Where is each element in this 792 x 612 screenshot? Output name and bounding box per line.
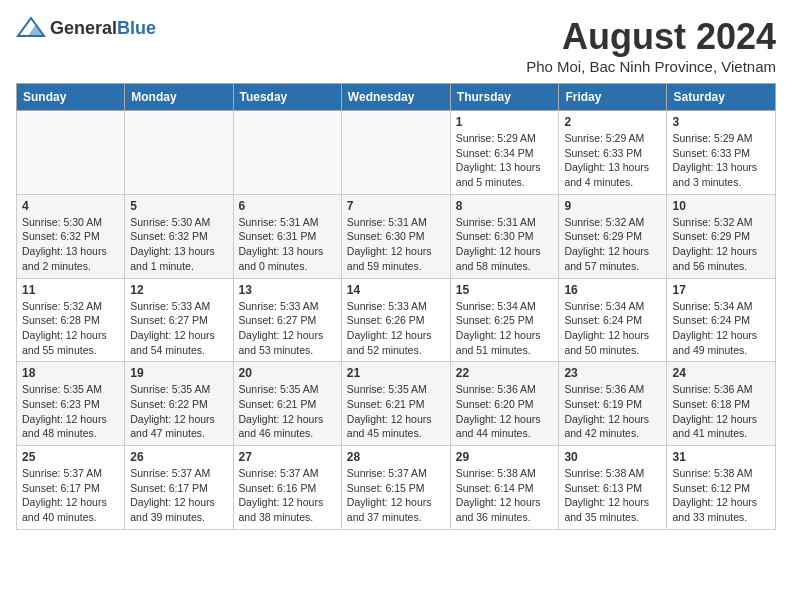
calendar-day-cell: 22Sunrise: 5:36 AM Sunset: 6:20 PM Dayli…: [450, 362, 559, 446]
day-number: 9: [564, 199, 661, 213]
logo: GeneralBlue: [16, 16, 156, 40]
day-info: Sunrise: 5:38 AM Sunset: 6:12 PM Dayligh…: [672, 466, 770, 525]
day-number: 6: [239, 199, 336, 213]
day-number: 17: [672, 283, 770, 297]
day-number: 24: [672, 366, 770, 380]
calendar-week-row: 18Sunrise: 5:35 AM Sunset: 6:23 PM Dayli…: [17, 362, 776, 446]
day-info: Sunrise: 5:29 AM Sunset: 6:33 PM Dayligh…: [564, 131, 661, 190]
day-info: Sunrise: 5:35 AM Sunset: 6:21 PM Dayligh…: [239, 382, 336, 441]
calendar-day-cell: 14Sunrise: 5:33 AM Sunset: 6:26 PM Dayli…: [341, 278, 450, 362]
day-info: Sunrise: 5:37 AM Sunset: 6:17 PM Dayligh…: [130, 466, 227, 525]
day-number: 27: [239, 450, 336, 464]
day-info: Sunrise: 5:31 AM Sunset: 6:31 PM Dayligh…: [239, 215, 336, 274]
subtitle: Pho Moi, Bac Ninh Province, Vietnam: [526, 58, 776, 75]
calendar-day-cell: 26Sunrise: 5:37 AM Sunset: 6:17 PM Dayli…: [125, 446, 233, 530]
day-number: 23: [564, 366, 661, 380]
calendar-day-cell: 1Sunrise: 5:29 AM Sunset: 6:34 PM Daylig…: [450, 111, 559, 195]
calendar-day-cell: 30Sunrise: 5:38 AM Sunset: 6:13 PM Dayli…: [559, 446, 667, 530]
day-info: Sunrise: 5:34 AM Sunset: 6:25 PM Dayligh…: [456, 299, 554, 358]
day-info: Sunrise: 5:32 AM Sunset: 6:29 PM Dayligh…: [564, 215, 661, 274]
day-info: Sunrise: 5:34 AM Sunset: 6:24 PM Dayligh…: [672, 299, 770, 358]
day-of-week-header: Sunday: [17, 84, 125, 111]
day-info: Sunrise: 5:33 AM Sunset: 6:27 PM Dayligh…: [130, 299, 227, 358]
calendar-week-row: 1Sunrise: 5:29 AM Sunset: 6:34 PM Daylig…: [17, 111, 776, 195]
logo-blue: Blue: [117, 18, 156, 38]
day-number: 8: [456, 199, 554, 213]
day-info: Sunrise: 5:37 AM Sunset: 6:17 PM Dayligh…: [22, 466, 119, 525]
day-number: 14: [347, 283, 445, 297]
calendar-day-cell: [341, 111, 450, 195]
calendar-day-cell: 7Sunrise: 5:31 AM Sunset: 6:30 PM Daylig…: [341, 194, 450, 278]
day-info: Sunrise: 5:36 AM Sunset: 6:18 PM Dayligh…: [672, 382, 770, 441]
logo-icon: [16, 16, 46, 40]
day-info: Sunrise: 5:29 AM Sunset: 6:34 PM Dayligh…: [456, 131, 554, 190]
header: GeneralBlue August 2024 Pho Moi, Bac Nin…: [16, 16, 776, 75]
calendar-day-cell: 2Sunrise: 5:29 AM Sunset: 6:33 PM Daylig…: [559, 111, 667, 195]
day-info: Sunrise: 5:29 AM Sunset: 6:33 PM Dayligh…: [672, 131, 770, 190]
day-info: Sunrise: 5:31 AM Sunset: 6:30 PM Dayligh…: [347, 215, 445, 274]
day-info: Sunrise: 5:37 AM Sunset: 6:15 PM Dayligh…: [347, 466, 445, 525]
day-number: 11: [22, 283, 119, 297]
calendar-header-row: SundayMondayTuesdayWednesdayThursdayFrid…: [17, 84, 776, 111]
day-info: Sunrise: 5:33 AM Sunset: 6:27 PM Dayligh…: [239, 299, 336, 358]
calendar-day-cell: 24Sunrise: 5:36 AM Sunset: 6:18 PM Dayli…: [667, 362, 776, 446]
day-number: 21: [347, 366, 445, 380]
day-number: 26: [130, 450, 227, 464]
calendar-day-cell: 12Sunrise: 5:33 AM Sunset: 6:27 PM Dayli…: [125, 278, 233, 362]
day-number: 15: [456, 283, 554, 297]
calendar-day-cell: [233, 111, 341, 195]
calendar-day-cell: 10Sunrise: 5:32 AM Sunset: 6:29 PM Dayli…: [667, 194, 776, 278]
day-number: 13: [239, 283, 336, 297]
day-number: 19: [130, 366, 227, 380]
day-of-week-header: Wednesday: [341, 84, 450, 111]
day-of-week-header: Friday: [559, 84, 667, 111]
day-number: 5: [130, 199, 227, 213]
calendar-day-cell: 15Sunrise: 5:34 AM Sunset: 6:25 PM Dayli…: [450, 278, 559, 362]
day-info: Sunrise: 5:32 AM Sunset: 6:28 PM Dayligh…: [22, 299, 119, 358]
calendar-day-cell: 9Sunrise: 5:32 AM Sunset: 6:29 PM Daylig…: [559, 194, 667, 278]
calendar-day-cell: 27Sunrise: 5:37 AM Sunset: 6:16 PM Dayli…: [233, 446, 341, 530]
day-number: 7: [347, 199, 445, 213]
calendar-day-cell: 17Sunrise: 5:34 AM Sunset: 6:24 PM Dayli…: [667, 278, 776, 362]
calendar-day-cell: 6Sunrise: 5:31 AM Sunset: 6:31 PM Daylig…: [233, 194, 341, 278]
day-info: Sunrise: 5:32 AM Sunset: 6:29 PM Dayligh…: [672, 215, 770, 274]
title-area: August 2024 Pho Moi, Bac Ninh Province, …: [526, 16, 776, 75]
day-number: 20: [239, 366, 336, 380]
day-number: 2: [564, 115, 661, 129]
main-title: August 2024: [526, 16, 776, 58]
day-number: 3: [672, 115, 770, 129]
day-of-week-header: Monday: [125, 84, 233, 111]
calendar-day-cell: 11Sunrise: 5:32 AM Sunset: 6:28 PM Dayli…: [17, 278, 125, 362]
calendar-day-cell: [17, 111, 125, 195]
calendar-week-row: 4Sunrise: 5:30 AM Sunset: 6:32 PM Daylig…: [17, 194, 776, 278]
logo-general: General: [50, 18, 117, 38]
day-of-week-header: Tuesday: [233, 84, 341, 111]
day-number: 28: [347, 450, 445, 464]
day-number: 4: [22, 199, 119, 213]
calendar-day-cell: 3Sunrise: 5:29 AM Sunset: 6:33 PM Daylig…: [667, 111, 776, 195]
day-info: Sunrise: 5:36 AM Sunset: 6:20 PM Dayligh…: [456, 382, 554, 441]
calendar-day-cell: 5Sunrise: 5:30 AM Sunset: 6:32 PM Daylig…: [125, 194, 233, 278]
calendar-day-cell: 20Sunrise: 5:35 AM Sunset: 6:21 PM Dayli…: [233, 362, 341, 446]
day-number: 25: [22, 450, 119, 464]
day-of-week-header: Thursday: [450, 84, 559, 111]
day-number: 10: [672, 199, 770, 213]
calendar-table: SundayMondayTuesdayWednesdayThursdayFrid…: [16, 83, 776, 530]
day-info: Sunrise: 5:31 AM Sunset: 6:30 PM Dayligh…: [456, 215, 554, 274]
calendar-day-cell: 4Sunrise: 5:30 AM Sunset: 6:32 PM Daylig…: [17, 194, 125, 278]
day-number: 29: [456, 450, 554, 464]
calendar-week-row: 11Sunrise: 5:32 AM Sunset: 6:28 PM Dayli…: [17, 278, 776, 362]
day-number: 18: [22, 366, 119, 380]
day-info: Sunrise: 5:30 AM Sunset: 6:32 PM Dayligh…: [22, 215, 119, 274]
day-info: Sunrise: 5:30 AM Sunset: 6:32 PM Dayligh…: [130, 215, 227, 274]
calendar-week-row: 25Sunrise: 5:37 AM Sunset: 6:17 PM Dayli…: [17, 446, 776, 530]
day-info: Sunrise: 5:35 AM Sunset: 6:23 PM Dayligh…: [22, 382, 119, 441]
day-number: 22: [456, 366, 554, 380]
day-number: 12: [130, 283, 227, 297]
day-info: Sunrise: 5:36 AM Sunset: 6:19 PM Dayligh…: [564, 382, 661, 441]
calendar-day-cell: 19Sunrise: 5:35 AM Sunset: 6:22 PM Dayli…: [125, 362, 233, 446]
calendar-day-cell: 28Sunrise: 5:37 AM Sunset: 6:15 PM Dayli…: [341, 446, 450, 530]
calendar-day-cell: 16Sunrise: 5:34 AM Sunset: 6:24 PM Dayli…: [559, 278, 667, 362]
calendar-day-cell: 23Sunrise: 5:36 AM Sunset: 6:19 PM Dayli…: [559, 362, 667, 446]
calendar-day-cell: 21Sunrise: 5:35 AM Sunset: 6:21 PM Dayli…: [341, 362, 450, 446]
